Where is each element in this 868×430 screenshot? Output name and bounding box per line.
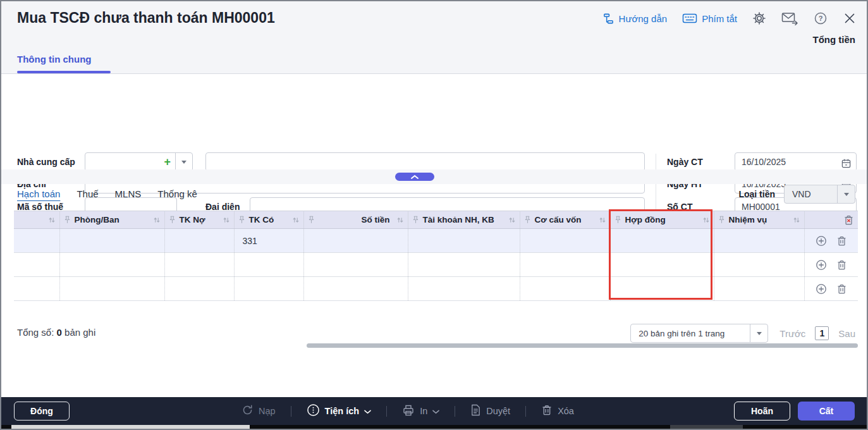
supplier-code-input[interactable]: + — [85, 153, 175, 171]
chevron-down-icon — [837, 185, 855, 203]
column-header[interactable]: TK Có — [249, 215, 288, 224]
guide-link[interactable]: Hướng dẫn — [602, 13, 668, 25]
table-row[interactable] — [14, 253, 858, 277]
header-actions: Hướng dẫn Phím tắt ? — [602, 11, 857, 25]
column-header-hop-dong[interactable]: Hợp đồng — [625, 215, 699, 224]
horizontal-scrollbar[interactable] — [307, 343, 858, 348]
cell-tk-co: 331 — [234, 229, 303, 253]
column-header[interactable]: TK Nợ — [180, 215, 219, 224]
doc-date-input[interactable]: 16/10/2025 — [735, 152, 857, 171]
pin-icon[interactable] — [238, 216, 245, 224]
close-icon[interactable] — [843, 11, 857, 25]
bottom-scroll-thumb[interactable] — [11, 425, 250, 430]
pin-icon[interactable] — [308, 216, 315, 224]
chevron-up-icon — [410, 175, 419, 180]
guide-icon — [602, 13, 614, 25]
pin-icon[interactable] — [614, 216, 621, 224]
dots-circle-icon — [307, 403, 320, 419]
mail-send-icon[interactable] — [781, 11, 798, 25]
accounting-grid: Phòng/Ban TK Nợ TK Có Số tiền Tài khoản … — [14, 211, 858, 301]
tab-active-indicator — [17, 71, 111, 73]
pin-icon[interactable] — [524, 216, 531, 224]
add-row-icon[interactable] — [816, 259, 827, 271]
supplier-label: Nhà cung cấp — [17, 152, 75, 171]
approve-button[interactable]: Duyệt — [470, 404, 510, 418]
delete-row-icon[interactable] — [836, 283, 847, 295]
utilities-button[interactable]: Tiện ích — [307, 403, 372, 419]
tab-hach-toan[interactable]: Hạch toán — [17, 188, 60, 199]
pin-icon[interactable] — [64, 216, 71, 224]
toolbar-actions: Nạp Tiện ích In Duyệt Xóa — [241, 397, 574, 425]
column-header[interactable]: Cơ cấu vốn — [535, 215, 595, 224]
doc-date-label: Ngày CT — [667, 152, 703, 171]
save-button[interactable]: Cất — [798, 402, 855, 421]
supplier-name-input[interactable] — [205, 152, 645, 171]
tab-thue[interactable]: Thuế — [76, 188, 98, 199]
record-count: Tổng số: 0 bản ghi — [17, 327, 95, 338]
chevron-down-icon — [432, 406, 439, 416]
tab-thong-ke[interactable]: Thống kê — [157, 188, 197, 199]
pin-icon[interactable] — [412, 216, 419, 224]
svg-text:?: ? — [819, 15, 823, 22]
sort-icon[interactable] — [396, 216, 404, 224]
currency-label: Loại tiền — [738, 189, 775, 199]
sort-icon[interactable] — [223, 216, 230, 224]
keyboard-icon — [682, 13, 697, 24]
general-info-form: Nhà cung cấp + Địa chỉ Mã số thuế Đại di… — [1, 75, 867, 169]
supplier-dropdown-button[interactable] — [175, 153, 192, 171]
table-row[interactable] — [14, 277, 858, 301]
reload-button[interactable]: Nạp — [241, 404, 276, 418]
postpone-button[interactable]: Hoãn — [734, 402, 790, 421]
currency-select[interactable]: VND — [784, 185, 855, 204]
delete-all-icon[interactable] — [843, 214, 854, 226]
close-button[interactable]: Đóng — [14, 402, 70, 421]
total-amount-label: Tổng tiền — [813, 34, 856, 45]
sort-icon[interactable] — [508, 216, 516, 224]
printer-icon — [402, 404, 415, 419]
sort-icon[interactable] — [599, 216, 606, 224]
sort-icon[interactable] — [793, 216, 800, 224]
header: Mua TSCĐ chưa thanh toán MH00001 Hướng d… — [1, 1, 867, 74]
detail-tabs: Hạch toán Thuế MLNS Thống kê — [17, 188, 197, 199]
sort-icon[interactable] — [702, 216, 710, 224]
shortcut-link[interactable]: Phím tắt — [682, 13, 737, 24]
table-row[interactable]: 331 — [14, 229, 858, 253]
pin-icon[interactable] — [718, 216, 725, 224]
currency-picker: Loại tiền VND — [738, 185, 855, 204]
sort-icon[interactable] — [48, 216, 56, 224]
tab-thong-tin-chung[interactable]: Thông tin chung — [17, 54, 91, 64]
column-header[interactable]: Tài khoản NH, KB — [423, 215, 504, 224]
sort-icon[interactable] — [292, 216, 300, 224]
gear-icon[interactable] — [752, 11, 766, 25]
help-icon[interactable]: ? — [814, 11, 828, 25]
pagination: 20 bản ghi trên 1 trang Trước 1 Sau — [630, 324, 855, 343]
add-row-icon[interactable] — [816, 283, 827, 295]
delete-row-icon[interactable] — [836, 235, 847, 247]
toolbar-separator — [291, 406, 291, 417]
print-button[interactable]: In — [402, 404, 439, 419]
sort-icon[interactable] — [153, 216, 161, 224]
delete-button[interactable]: Xóa — [541, 404, 574, 418]
column-header[interactable]: Phòng/Ban — [75, 215, 149, 224]
tab-mlns[interactable]: MLNS — [115, 188, 142, 199]
toolbar-separator — [525, 406, 526, 417]
column-header[interactable]: Nhiệm vụ — [729, 215, 789, 224]
pin-icon[interactable] — [169, 216, 176, 224]
next-page-button[interactable]: Sau — [838, 328, 855, 339]
chevron-down-icon — [181, 161, 186, 164]
toolbar-separator — [455, 406, 455, 417]
chevron-down-icon — [750, 324, 767, 342]
supplier-code-combo: + — [85, 152, 193, 171]
current-page-box[interactable]: 1 — [815, 326, 829, 340]
add-supplier-icon[interactable]: + — [164, 156, 171, 168]
page-size-select[interactable]: 20 bản ghi trên 1 trang — [630, 324, 768, 343]
cell-hop-dong — [610, 229, 714, 253]
refresh-icon — [241, 404, 254, 418]
delete-row-icon[interactable] — [836, 259, 847, 271]
chevron-down-icon — [364, 406, 371, 416]
prev-page-button[interactable]: Trước — [779, 328, 805, 339]
collapse-button[interactable] — [395, 173, 434, 181]
add-row-icon[interactable] — [816, 235, 827, 247]
grid-header-row: Phòng/Ban TK Nợ TK Có Số tiền Tài khoản … — [14, 211, 858, 229]
column-header[interactable]: Số tiền — [319, 215, 393, 224]
